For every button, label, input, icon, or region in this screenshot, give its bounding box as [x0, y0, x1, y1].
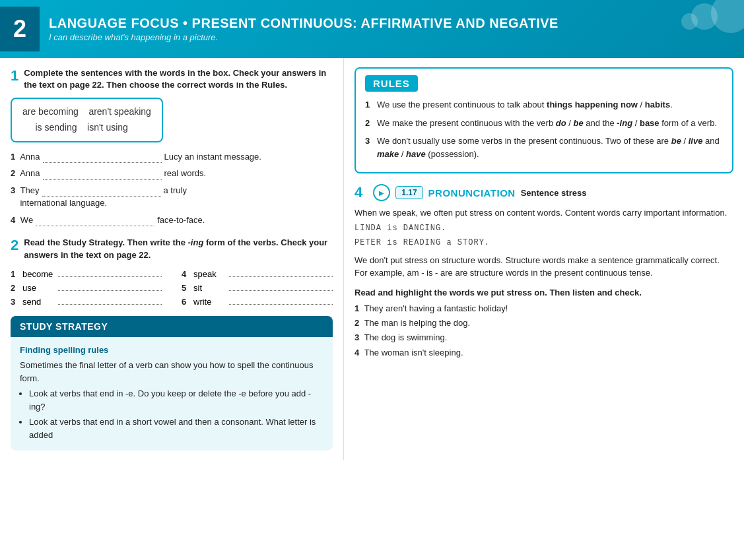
example-2: 2 The man is helping the dog.	[355, 317, 733, 329]
ex4-end: face-to-face.	[157, 215, 205, 225]
audio-icon[interactable]: ▶	[373, 184, 390, 201]
ex2-end: real words.	[164, 168, 207, 178]
section1-header: 1 Complete the sentences with the words …	[11, 67, 333, 91]
section-number-badge: 2	[0, 7, 40, 51]
verb-item-1: 1 become	[11, 268, 162, 279]
exercise-item-4: 4 Weface-to-face.	[11, 214, 333, 227]
audio-id-badge[interactable]: 1.17	[395, 186, 423, 199]
right-column: RULES 1 We use the present continuous to…	[343, 58, 744, 460]
section4-header: 4 ▶ 1.17 PRONUNCIATION Sentence stress	[355, 184, 733, 201]
ex4-num: 4	[11, 215, 15, 225]
rule-3: 3 We don't usually use some verbs in the…	[365, 135, 723, 160]
rule2-text: We make the present continuous with the …	[377, 117, 717, 130]
verb6-word: write	[193, 297, 226, 307]
ex-3-num: 3	[355, 332, 359, 342]
ex-2-text: The man is helping the dog.	[364, 318, 470, 328]
rule3-text: We don't usually use some verbs in the p…	[377, 135, 723, 160]
ex2-start: Anna	[20, 168, 40, 178]
ex-4-text: The woman isn't sleeping.	[364, 348, 463, 358]
verb2-word: use	[22, 283, 55, 293]
verb4-blank	[229, 268, 333, 277]
verb4-word: speak	[193, 269, 226, 279]
section2-header: 2 Read the Study Strategy. Then write th…	[11, 237, 333, 261]
ex-4-num: 4	[355, 348, 359, 358]
pronunciation-body: When we speak, we often put stress on co…	[355, 206, 733, 359]
study-strategy-title: STUDY STRATEGY	[20, 321, 108, 332]
ex1-start: Anna	[20, 152, 40, 162]
ex3-num: 3	[11, 185, 15, 195]
ex3-blank	[42, 196, 161, 197]
section2-number: 2	[11, 237, 18, 254]
finding-title: Finding spelling rules	[20, 344, 323, 357]
study-strategy-body: Finding spelling rules Sometimes the fin…	[11, 337, 333, 451]
verb5-word: sit	[193, 283, 226, 293]
verb1-num: 1	[11, 269, 20, 279]
mono-example-1: LINDA is DANCING.	[355, 222, 733, 234]
decorative-circles	[665, 0, 744, 45]
ex2-num: 2	[11, 168, 15, 178]
verb-item-3: 3 send	[11, 296, 162, 307]
bullet-1: Look at verbs that end in -e. Do you kee…	[29, 387, 323, 413]
verb2-blank	[58, 282, 162, 291]
example-3: 3 The dog is swimming.	[355, 332, 733, 344]
section1-instruction: Complete the sentences with the words in…	[24, 67, 333, 91]
verb-item-2: 2 use	[11, 282, 162, 293]
pronunciation-subtitle: Sentence stress	[521, 188, 587, 198]
rules-box: RULES 1 We use the present continuous to…	[355, 67, 733, 173]
mono-example-2: PETER is READING a STORY.	[355, 237, 733, 249]
verb5-num: 5	[182, 283, 191, 293]
example-sentences: 1 They aren't having a fantastic holiday…	[355, 303, 733, 359]
rule-1: 1 We use the present continuous to talk …	[365, 98, 723, 111]
header-text-block: LANGUAGE FOCUS • Present continuous: aff…	[49, 16, 733, 42]
verb1-blank	[58, 268, 162, 277]
rule1-text: We use the present continuous to talk ab…	[377, 98, 673, 111]
example-4: 4 The woman isn't sleeping.	[355, 347, 733, 359]
verb3-num: 3	[11, 297, 20, 307]
ex3-start: They	[20, 185, 40, 195]
ex2-blank	[43, 179, 162, 180]
ex-3-text: The dog is swimming.	[364, 332, 448, 342]
verb-item-6: 6 write	[182, 296, 333, 307]
verb2-num: 2	[11, 283, 20, 293]
section4: 4 ▶ 1.17 PRONUNCIATION Sentence stress W…	[355, 184, 733, 359]
left-column: 1 Complete the sentences with the words …	[0, 58, 343, 460]
study-strategy-bullets: Look at verbs that end in -e. Do you kee…	[29, 387, 323, 441]
bullet-2: Look at verbs that end in a short vowel …	[29, 416, 323, 441]
verb6-num: 6	[182, 297, 191, 307]
verb5-blank	[229, 282, 333, 291]
study-strategy-header: STUDY STRATEGY	[11, 316, 333, 337]
rule-2: 2 We make the present continuous with th…	[365, 117, 723, 130]
ex-2-num: 2	[355, 318, 359, 328]
exercise-item-1: 1 AnnaLucy an instant message.	[11, 150, 333, 164]
exercise-list-1: 1 AnnaLucy an instant message. 2 Annarea…	[11, 150, 333, 227]
study-strategy-text: Sometimes the final letter of a verb can…	[20, 359, 323, 385]
word-box: are becoming aren't speaking is sending …	[11, 98, 163, 142]
ex-1-text: They aren't having a fantastic holiday!	[364, 303, 508, 313]
section1-number: 1	[11, 67, 18, 84]
rules-list: 1 We use the present continuous to talk …	[365, 98, 723, 160]
deco-circle-3	[681, 13, 698, 30]
verb3-blank	[58, 296, 162, 305]
verb6-blank	[229, 296, 333, 305]
rule2-num: 2	[365, 117, 373, 130]
main-content: 1 Complete the sentences with the words …	[0, 58, 744, 460]
verb3-word: send	[22, 297, 55, 307]
example-1: 1 They aren't having a fantastic holiday…	[355, 303, 733, 315]
exercise-item-3: 3 Theya truly international language.	[11, 184, 333, 210]
pronunciation-body1: When we speak, we often put stress on co…	[355, 206, 733, 220]
page-header: 2 LANGUAGE FOCUS • Present continuous: a…	[0, 0, 744, 58]
header-title: LANGUAGE FOCUS • Present continuous: aff…	[49, 16, 733, 31]
word-box-content: are becoming aren't speaking is sending …	[22, 106, 151, 133]
read-instruction: Read and highlight the words we put stre…	[355, 286, 733, 299]
study-strategy-section: STUDY STRATEGY Finding spelling rules So…	[11, 316, 333, 451]
section4-number: 4	[355, 184, 362, 201]
verb4-num: 4	[182, 269, 191, 279]
ex1-num: 1	[11, 152, 15, 162]
exercise-item-2: 2 Annareal words.	[11, 167, 333, 180]
ex4-start: We	[20, 215, 33, 225]
verb-item-4: 4 speak	[182, 268, 333, 279]
ex1-end: Lucy an instant message.	[164, 152, 261, 162]
pronunciation-body2: We don't put stress on structure words. …	[355, 254, 733, 280]
ex4-blank	[36, 226, 154, 226]
rule1-num: 1	[365, 98, 373, 111]
